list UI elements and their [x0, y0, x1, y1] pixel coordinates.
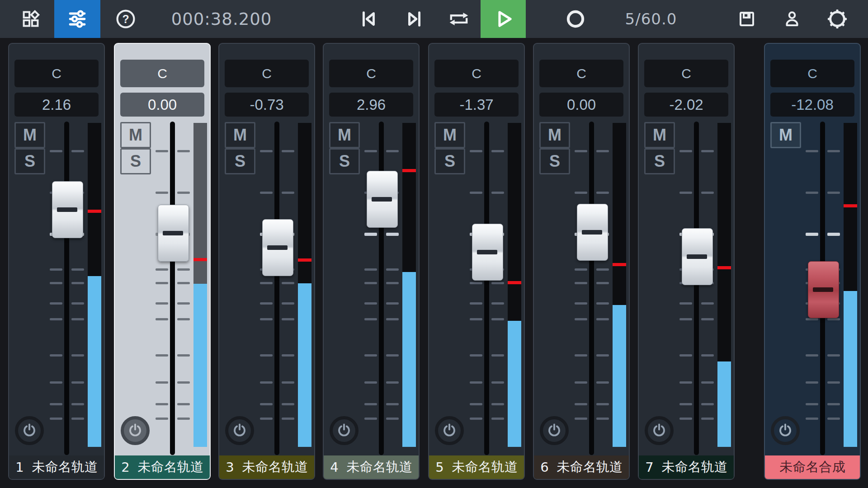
mute-button[interactable]: M — [644, 122, 675, 148]
fader-track — [274, 122, 279, 455]
loop-button[interactable] — [439, 0, 478, 38]
scale-tick — [470, 282, 482, 284]
power-button[interactable] — [225, 416, 254, 445]
scale-tick — [156, 302, 168, 305]
fader-handle[interactable] — [472, 224, 503, 281]
solo-button[interactable]: S — [434, 148, 465, 174]
gain-value-button[interactable]: -2.02 — [644, 93, 728, 117]
scale-tick — [470, 418, 482, 420]
track-label[interactable]: 未命名合成 — [765, 455, 860, 479]
solo-button[interactable]: S — [329, 148, 360, 174]
pan-button[interactable]: C — [225, 60, 309, 87]
channel-strip-1: C 2.16 M S 1 未命名轨道 — [8, 43, 105, 480]
scale-tick — [701, 192, 714, 194]
scale-tick — [596, 268, 609, 271]
fader-handle-line — [813, 287, 833, 292]
scale-tick — [50, 354, 62, 357]
mute-button[interactable]: M — [539, 122, 570, 148]
scale-tick — [679, 354, 692, 357]
track-label[interactable]: 2 未命名轨道 — [115, 455, 210, 479]
track-label[interactable]: 1 未命名轨道 — [9, 455, 104, 479]
track-label[interactable]: 7 未命名轨道 — [639, 455, 734, 479]
gain-value-button[interactable]: -0.73 — [225, 93, 309, 117]
pan-button[interactable]: C — [120, 60, 204, 87]
gain-value-button[interactable]: 0.00 — [120, 93, 204, 117]
solo-button[interactable]: S — [120, 148, 151, 174]
track-label[interactable]: 3 未命名轨道 — [219, 455, 314, 479]
scale-tick — [470, 318, 482, 320]
scale-tick — [806, 318, 818, 320]
save-floppy-icon — [737, 9, 756, 28]
help-button[interactable]: ? — [108, 0, 144, 38]
mute-button[interactable]: M — [434, 122, 465, 148]
skip-to-end-button[interactable] — [396, 0, 433, 38]
fader-handle[interactable] — [52, 181, 83, 238]
scale-tick — [156, 268, 168, 271]
settings-button[interactable] — [819, 0, 855, 38]
scale-tick — [806, 354, 818, 357]
fader-handle[interactable] — [577, 204, 608, 261]
solo-button[interactable]: S — [225, 148, 255, 174]
gain-value-button[interactable]: -12.08 — [770, 93, 854, 117]
mute-button[interactable]: M — [120, 122, 151, 148]
track-label[interactable]: 5 未命名轨道 — [429, 455, 524, 479]
fader-handle[interactable] — [682, 228, 713, 285]
scale-tick — [71, 403, 84, 405]
track-label[interactable]: 4 未命名轨道 — [324, 455, 419, 479]
gain-value-button[interactable]: 2.16 — [14, 93, 99, 117]
fader-handle[interactable] — [808, 261, 839, 318]
power-button[interactable] — [121, 416, 150, 445]
scale-tick — [491, 150, 504, 152]
fader-handle[interactable] — [367, 171, 398, 228]
skip-to-start-button[interactable] — [350, 0, 387, 38]
channel-strip-2: C 0.00 M S 2 未命名轨道 — [114, 43, 211, 480]
scale-tick — [575, 418, 587, 420]
pan-button[interactable]: C — [329, 60, 413, 87]
gain-value-button[interactable]: 2.96 — [329, 93, 413, 117]
mute-button[interactable]: M — [14, 122, 45, 148]
fader-handle[interactable] — [262, 219, 293, 276]
scale-tick — [177, 150, 190, 152]
track-label[interactable]: 6 未命名轨道 — [534, 455, 629, 479]
track-name: 未命名轨道 — [347, 458, 412, 476]
fader-handle-line — [267, 245, 288, 250]
save-button[interactable] — [729, 0, 765, 38]
solo-button[interactable]: S — [14, 148, 45, 174]
fader-handle[interactable] — [158, 205, 189, 262]
scale-tick — [701, 381, 714, 384]
record-button[interactable] — [556, 0, 595, 38]
scale-tick — [156, 150, 168, 152]
level-meter — [402, 123, 416, 447]
power-button[interactable] — [15, 416, 44, 445]
power-button[interactable] — [540, 416, 569, 445]
arranger-view-button[interactable] — [13, 0, 49, 38]
pan-button[interactable]: C — [14, 60, 99, 87]
scale-tick — [282, 403, 294, 405]
solo-button[interactable]: S — [644, 148, 675, 174]
scale-tick — [596, 302, 609, 305]
power-button[interactable] — [645, 416, 674, 445]
user-account-button[interactable] — [774, 0, 810, 38]
power-button[interactable] — [771, 416, 800, 445]
pan-button[interactable]: C — [434, 60, 519, 87]
mixer-view-button[interactable] — [54, 0, 100, 38]
scale-tick — [364, 418, 377, 420]
power-button[interactable] — [330, 416, 359, 445]
peak-indicator — [613, 263, 626, 266]
pan-button[interactable]: C — [539, 60, 623, 87]
scale-tick — [50, 381, 62, 384]
gain-value-button[interactable]: 0.00 — [539, 93, 623, 117]
power-button[interactable] — [435, 416, 464, 445]
solo-button[interactable]: S — [539, 148, 570, 174]
level-meter — [844, 123, 857, 447]
mute-button[interactable]: M — [770, 122, 801, 148]
scale-tick — [260, 282, 273, 284]
play-button[interactable] — [481, 0, 526, 38]
gain-value-button[interactable]: -1.37 — [434, 93, 519, 117]
mute-button[interactable]: M — [329, 122, 360, 148]
scale-tick — [386, 381, 399, 384]
scale-tick — [386, 282, 399, 284]
pan-button[interactable]: C — [644, 60, 728, 87]
pan-button[interactable]: C — [770, 60, 854, 87]
mute-button[interactable]: M — [225, 122, 255, 148]
